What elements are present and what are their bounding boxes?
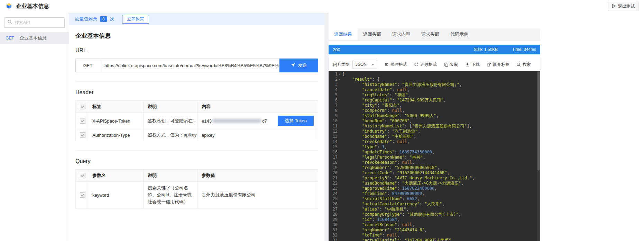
buy-now-button[interactable]: 立即购买 [122,15,149,24]
exit-test-button[interactable]: 退出测试 [608,2,638,11]
line-number: 27 [329,207,338,212]
fold-gutter [338,176,342,181]
code-line: 18 "revokeReason": null, [329,160,540,165]
row-checkbox[interactable] [80,132,85,138]
token-suffix: c7 [262,118,267,124]
token-value[interactable]: e143 c7 [202,118,267,124]
select-all-checkbox[interactable] [80,104,85,109]
tab-code-examples[interactable]: 代码示例 [445,28,474,40]
table-row: X-APISpace-Token 鉴权私钥，可登陆后在... e143 c7 [76,113,318,129]
code-line: 4 "cancelDate": null, [329,87,540,92]
code-text: "result": { [342,77,540,82]
code-line: 26 "actualCapitalCurrency": "人民币", [329,202,540,207]
fold-gutter [338,108,342,113]
fold-gutter [338,217,342,222]
token-prefix: e143 [202,118,212,124]
choose-token-button[interactable]: 选择 Token [278,116,314,126]
tab-return-headers[interactable]: 返回头部 [358,28,387,40]
row-checkbox[interactable] [80,118,85,124]
query-param-value[interactable]: 贵州力源液压股份有限公司 [197,182,318,208]
line-number: 18 [329,160,338,165]
query-table: 参数名 说明 参数值 keyword 搜索关键字（公司名称、公司id、注册号或社… [75,169,318,208]
editor-scrollbar[interactable] [537,71,540,241]
tab-request-headers[interactable]: 请求头部 [416,28,445,40]
fold-gutter [338,222,342,227]
response-time: Time: 344ms [512,47,536,52]
code-line: 25 "socialStaffNum": 6652, [329,196,540,202]
code-line: 3 "historyNames": "贵州力源液压股份有限公司;", [329,82,540,87]
line-number: 19 [329,165,338,170]
code-line: 19 "regNumber": "520000000005018", [329,165,540,170]
header-section: Header 标签 说明 内容 [75,89,318,151]
column-header-desc: 说明 [144,101,197,113]
fold-gutter [338,191,342,196]
fold-toggle-icon[interactable]: ▾ [338,77,342,82]
api-search-input[interactable] [14,20,62,25]
sidebar-item-api[interactable]: GET 企业基本信息 [0,32,69,44]
code-text: "regCapital": "147204.909万人民币", [342,98,540,103]
api-item-label: 企业基本信息 [20,35,47,41]
url-row: GET https://eolink.o.apispace.com/basein… [75,59,318,72]
code-text: "creditCode": "91520000214434146R", [342,170,540,176]
send-label: 发送 [298,62,307,69]
code-line: 29 "id": 11684584, [329,217,540,222]
url-section-title: URL [75,47,318,54]
fold-gutter [338,124,342,129]
line-number: 7 [329,103,338,108]
line-number: 17 [329,155,338,160]
line-number: 26 [329,202,338,207]
json-response-viewer: 1▾{2▾ "result": {3 "historyNames": "贵州力源… [329,71,540,241]
code-line: 20 "creditCode": "91520000214434146R", [329,170,540,176]
new-tab-button[interactable]: 新开标签 [487,62,509,68]
code-line: 15 "type": 1, [329,144,540,150]
copy-button[interactable]: 复制 [444,62,458,68]
download-button[interactable]: 下载 [465,62,480,68]
select-all-checkbox[interactable] [80,173,85,178]
column-header-value: 内容 [197,101,318,113]
code-line: 32 "toTime": null, [329,233,540,238]
exit-test-label: 退出测试 [618,3,635,9]
query-param-name: keyword [88,182,144,208]
code-text: "fromTime": 847900800000, [342,191,540,196]
code-text: "approvedTime": 1687622400000, [342,186,540,191]
fold-toggle-icon[interactable]: ▾ [338,72,342,77]
code-text: "city": "贵阳市", [342,103,540,108]
topbar: 企业基本信息 退出测试 [0,0,644,13]
code-line: 11 "historyNameList": ["贵州力源液压股份有限公司"], [329,124,540,129]
code-text: "regNumber": "520000000005018", [342,165,540,170]
fold-gutter [338,186,342,191]
fold-gutter [338,87,342,92]
header-table-head-row: 标签 说明 内容 [76,101,318,113]
header-value[interactable]: apikey [197,129,318,141]
tab-return-result[interactable]: 返回结果 [329,28,358,40]
line-number: 2 [329,77,338,82]
line-number: 29 [329,217,338,222]
fold-gutter [338,238,342,241]
format-button[interactable]: 整理格式 [384,62,407,68]
send-button[interactable]: 发送 [279,59,318,72]
row-checkbox[interactable] [80,192,85,198]
line-number: 15 [329,144,338,150]
fold-gutter [338,212,342,217]
restore-button[interactable]: 还原格式 [414,62,437,68]
line-number: 13 [329,134,338,139]
code-line: 21 "property3": "AVIC Heavy Machinery Co… [329,176,540,181]
code-lines: 1▾{2▾ "result": {3 "historyNames": "贵州力源… [329,71,540,241]
request-url-input[interactable]: https://eolink.o.apispace.com/baseinfo/n… [100,59,279,72]
content-type-select[interactable]: JSON [352,60,377,69]
search-button[interactable]: 搜索 [516,62,531,68]
line-number: 11 [329,124,338,129]
code-text: "revokeDate": null, [342,139,540,144]
code-line: 5 "regStatus": "存续", [329,92,540,98]
code-line: 24 "fromTime": 847900800000, [329,191,540,196]
column-header-tag: 标签 [88,101,144,113]
query-table-head-row: 参数名 说明 参数值 [76,170,318,182]
api-search-box[interactable] [4,17,65,28]
query-section: Query 参数名 说明 参数值 [75,158,318,217]
tab-request-body[interactable]: 请求内容 [387,28,416,40]
code-line: 28 "companyOrgType": "其他股份有限公司(上市)", [329,212,540,217]
header-tag: Authorization-Type [88,129,144,141]
scrollbar-thumb[interactable] [537,72,540,170]
request-panel: 流量包剩余 8 次 立即购买 企业基本信息 URL GET https://eo… [69,13,324,241]
code-text: "type": 1, [342,144,540,150]
